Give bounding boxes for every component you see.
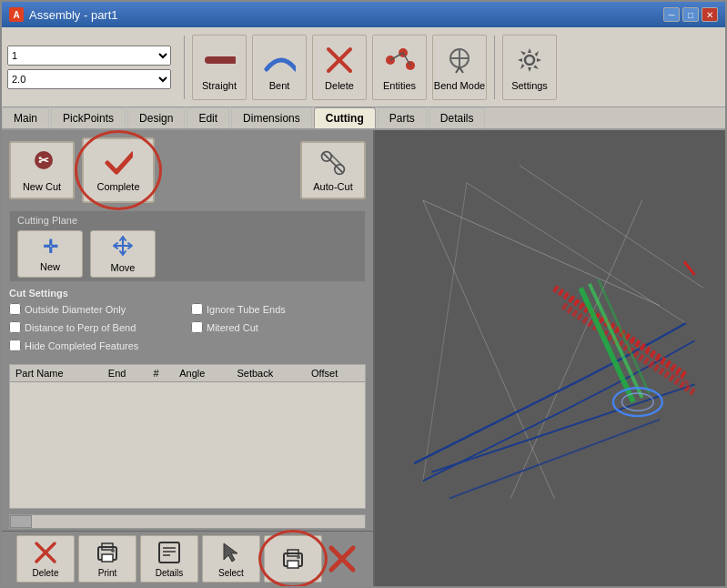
- svg-rect-21: [102, 554, 113, 562]
- cutting-plane-title: Cutting Plane: [17, 215, 358, 226]
- outside-dia-label: Outside Diameter Only: [25, 304, 126, 315]
- tab-main[interactable]: Main: [2, 107, 49, 128]
- delete-toolbar-label: Delete: [325, 80, 354, 91]
- bent-icon: [263, 44, 296, 76]
- tab-dimensions[interactable]: Dimensions: [231, 107, 312, 128]
- col-setback: Setback: [231, 365, 306, 382]
- cutting-plane-section: Cutting Plane ✛ New Move: [9, 210, 366, 282]
- scroll-handle[interactable]: [10, 515, 32, 528]
- new-plane-button[interactable]: ✛ New: [17, 230, 83, 278]
- minimize-button[interactable]: ─: [663, 7, 680, 22]
- tab-pickpoints[interactable]: PickPoints: [51, 107, 126, 128]
- ignore-tube-label: Ignore Tube Ends: [207, 304, 286, 315]
- complete-button-wrapper: Complete: [82, 137, 155, 203]
- toolbar-settings-button[interactable]: Settings: [502, 35, 557, 100]
- bottom-print2-button[interactable]: [264, 535, 322, 583]
- parts-data-table: Part Name End # Angle Setback Offset: [10, 365, 365, 382]
- close-button[interactable]: ✕: [702, 7, 718, 22]
- new-cut-button[interactable]: ✂ New Cut: [9, 141, 75, 199]
- table-header: Part Name End # Angle Setback Offset: [10, 365, 365, 382]
- col-num: #: [148, 365, 175, 382]
- complete-button[interactable]: Complete: [82, 137, 155, 203]
- move-plane-button[interactable]: Move: [90, 230, 156, 278]
- col-angle: Angle: [174, 365, 231, 382]
- bottom-details-button[interactable]: Details: [140, 535, 198, 583]
- entities-label: Entities: [383, 80, 416, 91]
- tab-parts[interactable]: Parts: [378, 107, 427, 128]
- toolbar-bendmode-button[interactable]: Bend Mode: [432, 35, 487, 100]
- col-part-name: Part Name: [10, 365, 103, 382]
- complete-icon: [104, 148, 133, 177]
- toolbar-sep-1: [184, 35, 185, 99]
- toolbar-straight-button[interactable]: Straight: [192, 35, 247, 100]
- checkbox-hide-completed: Hide Completed Features: [9, 340, 184, 351]
- select-2[interactable]: 2.0: [7, 69, 171, 89]
- select-1[interactable]: 1: [7, 46, 171, 66]
- checkbox-ignore-tube: Ignore Tube Ends: [191, 303, 366, 315]
- dist-perp-checkbox[interactable]: [9, 321, 21, 333]
- footer-area: Delete Print Details Se: [2, 512, 373, 586]
- bendmode-icon: [443, 44, 476, 76]
- right-panel: [375, 130, 725, 586]
- bendmode-label: Bend Mode: [434, 80, 485, 91]
- auto-cut-icon: [318, 148, 348, 177]
- bottom-delete-label: Delete: [33, 568, 59, 578]
- ignore-tube-checkbox[interactable]: [191, 303, 203, 315]
- plane-buttons: ✛ New Move: [17, 230, 358, 278]
- toolbar-selects: 1 2.0: [7, 46, 171, 89]
- toolbar: 1 2.0 Straight Bent: [2, 27, 725, 107]
- straight-label: Straight: [202, 80, 237, 91]
- hide-completed-checkbox[interactable]: [9, 340, 21, 351]
- svg-point-11: [525, 56, 534, 65]
- main-window: A Assembly - part1 ─ □ ✕ 1 2.0 S: [0, 0, 727, 588]
- new-cut-label: New Cut: [23, 181, 61, 192]
- tab-details[interactable]: Details: [429, 107, 486, 128]
- svg-rect-34: [379, 130, 722, 586]
- bottom-delete-button[interactable]: Delete: [16, 535, 75, 583]
- table-header-row: Part Name End # Angle Setback Offset: [10, 365, 365, 382]
- move-icon: [112, 235, 134, 259]
- checkbox-mitered: Mitered Cut: [191, 321, 366, 333]
- new-cut-icon: ✂: [27, 148, 56, 177]
- col-offset: Offset: [306, 365, 365, 382]
- maximize-button[interactable]: □: [682, 7, 699, 22]
- mitered-checkbox[interactable]: [191, 321, 203, 333]
- checkbox-outside-dia: Outside Diameter Only: [9, 303, 184, 315]
- outside-dia-checkbox[interactable]: [9, 303, 21, 315]
- new-plane-label: New: [40, 261, 60, 272]
- toolbar-delete-button[interactable]: Delete: [312, 35, 367, 100]
- settings-gear-icon: [513, 44, 546, 76]
- viewport[interactable]: [375, 130, 725, 586]
- checkbox-dist-perp: Distance to Perp of Bend: [9, 321, 184, 333]
- cut-settings-title: Cut Settings: [9, 288, 366, 299]
- dist-perp-label: Distance to Perp of Bend: [25, 322, 136, 333]
- svg-rect-29: [288, 561, 298, 568]
- svg-line-17: [329, 153, 342, 166]
- bottom-cancel-button[interactable]: [326, 535, 358, 583]
- plus-icon: ✛: [43, 236, 58, 258]
- auto-cut-button[interactable]: Auto-Cut: [300, 141, 366, 199]
- bottom-details-label: Details: [156, 568, 184, 578]
- title-bar-left: A Assembly - part1: [9, 7, 118, 22]
- hide-completed-label: Hide Completed Features: [25, 340, 138, 351]
- svg-rect-24: [159, 542, 179, 563]
- title-controls: ─ □ ✕: [663, 7, 718, 22]
- bottom-print-label: Print: [98, 568, 117, 578]
- cut-settings-section: Cut Settings Outside Diameter Only Ignor…: [9, 288, 366, 355]
- bottom-print-button[interactable]: Print: [78, 535, 136, 583]
- entities-icon: [383, 44, 416, 76]
- svg-text:✂: ✂: [38, 153, 49, 167]
- tab-design[interactable]: Design: [127, 107, 185, 128]
- toolbar-sep-2: [494, 35, 495, 99]
- app-icon: A: [9, 7, 24, 22]
- cutting-tools-row: ✂ New Cut Complete: [2, 130, 373, 210]
- scroll-track[interactable]: [9, 514, 366, 529]
- scrollbar-row: [2, 512, 373, 531]
- toolbar-entities-button[interactable]: Entities: [372, 35, 427, 100]
- tab-edit[interactable]: Edit: [187, 107, 229, 128]
- bottom-select-button[interactable]: Select: [202, 535, 260, 583]
- tab-cutting[interactable]: Cutting: [314, 107, 376, 128]
- bent-label: Bent: [269, 80, 290, 91]
- bottom-actions: Delete Print Details Se: [2, 531, 373, 586]
- toolbar-bent-button[interactable]: Bent: [252, 35, 307, 100]
